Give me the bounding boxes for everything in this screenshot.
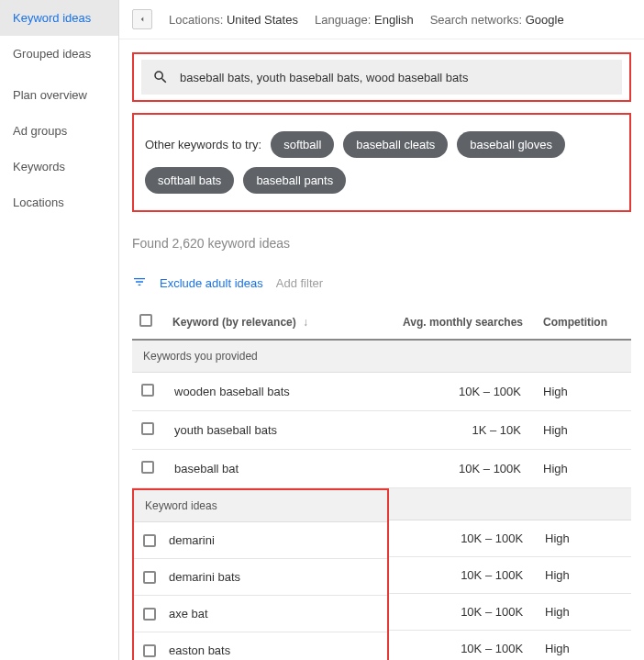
chevron-left-icon (138, 15, 147, 24)
suggestion-chip[interactable]: softball (271, 131, 334, 158)
cell-keyword: youth baseball bats (165, 411, 383, 450)
results-count: Found 2,620 keyword ideas (132, 223, 631, 267)
row-checkbox[interactable] (143, 534, 156, 547)
cell-keyword: demarini bats (169, 570, 240, 584)
main-panel: Locations: United States Language: Engli… (119, 0, 644, 660)
column-competition[interactable]: Competition (530, 305, 631, 340)
filter-icon[interactable] (132, 274, 147, 292)
table-row[interactable]: wooden baseball bats 10K – 100K High (132, 373, 631, 411)
search-bar[interactable] (141, 60, 622, 95)
column-keyword[interactable]: Keyword (by relevance) ↓ (165, 305, 383, 340)
cell-competition: High (532, 520, 631, 557)
suggestion-chip[interactable]: softball bats (145, 167, 234, 194)
row-checkbox[interactable] (143, 644, 156, 657)
cell-keyword: demarini (169, 533, 215, 547)
row-checkbox[interactable] (141, 384, 154, 397)
search-highlight (132, 52, 631, 102)
cell-keyword: wooden baseball bats (165, 373, 383, 411)
suggestions-highlight: Other keywords to try: softball baseball… (132, 113, 631, 212)
table-row[interactable]: easton bats (134, 632, 387, 660)
table-row[interactable]: demarini (134, 522, 387, 560)
cell-keyword: easton bats (169, 643, 230, 657)
search-input[interactable] (180, 71, 611, 84)
cell-competition: High (532, 557, 631, 594)
back-button[interactable] (132, 9, 152, 29)
cell-searches: 10K – 100K (389, 520, 532, 557)
cell-competition: High (532, 631, 631, 661)
table-row[interactable]: youth baseball bats 1K – 10K High (132, 411, 631, 450)
cell-searches: 10K – 100K (389, 557, 532, 594)
suggestion-chip[interactable]: baseball pants (243, 167, 346, 194)
cell-competition: High (530, 450, 631, 488)
ideas-highlight: Keyword ideas demarini demarini bats axe… (132, 488, 389, 660)
column-searches[interactable]: Avg. monthly searches (383, 305, 530, 340)
section-provided: Keywords you provided (132, 340, 631, 373)
cell-searches: 10K – 100K (389, 631, 532, 661)
section-ideas: Keyword ideas (134, 490, 387, 522)
network-selector[interactable]: Search networks: Google (430, 13, 564, 27)
sidebar-item-keywords[interactable]: Keywords (0, 149, 118, 185)
exclude-adult-link[interactable]: Exclude adult ideas (160, 276, 263, 290)
cell-searches: 10K – 100K (389, 594, 532, 631)
locations-selector[interactable]: Locations: United States (169, 13, 298, 27)
cell-competition: High (530, 373, 631, 411)
table-row[interactable]: baseball bat 10K – 100K High (132, 450, 631, 488)
cell-searches: 10K – 100K (383, 450, 530, 488)
sidebar: Keyword ideas Grouped ideas Plan overvie… (0, 0, 119, 660)
table-row[interactable]: demarini bats (134, 559, 387, 596)
search-icon (152, 69, 169, 85)
cell-searches: 10K – 100K (383, 373, 530, 411)
keyword-table: Keyword (by relevance) ↓ Avg. monthly se… (132, 305, 631, 488)
sidebar-item-plan-overview[interactable]: Plan overview (0, 77, 118, 113)
filter-row: Exclude adult ideas Add filter (132, 267, 631, 305)
suggestion-chip[interactable]: baseball cleats (343, 131, 448, 158)
sidebar-item-keyword-ideas[interactable]: Keyword ideas (0, 0, 118, 36)
cell-keyword: axe bat (169, 607, 208, 621)
row-checkbox[interactable] (141, 461, 154, 474)
sidebar-item-ad-groups[interactable]: Ad groups (0, 113, 118, 149)
row-checkbox[interactable] (141, 422, 154, 435)
cell-searches: 1K – 10K (383, 411, 530, 450)
language-selector[interactable]: Language: English (315, 13, 414, 27)
row-checkbox[interactable] (143, 571, 156, 584)
suggestions-row: Other keywords to try: softball baseball… (141, 120, 622, 205)
row-checkbox[interactable] (143, 608, 156, 621)
cell-competition: High (530, 411, 631, 450)
sidebar-item-grouped-ideas[interactable]: Grouped ideas (0, 36, 118, 72)
add-filter-link[interactable]: Add filter (276, 276, 323, 290)
cell-keyword: baseball bat (165, 450, 383, 488)
select-all-checkbox[interactable] (139, 314, 152, 327)
sort-arrow-icon: ↓ (303, 316, 308, 329)
sidebar-item-locations[interactable]: Locations (0, 185, 118, 220)
table-row[interactable]: axe bat (134, 596, 387, 632)
cell-competition: High (532, 594, 631, 631)
suggestions-label: Other keywords to try: (145, 138, 261, 151)
topbar: Locations: United States Language: Engli… (119, 0, 644, 39)
suggestion-chip[interactable]: baseball gloves (457, 131, 565, 158)
